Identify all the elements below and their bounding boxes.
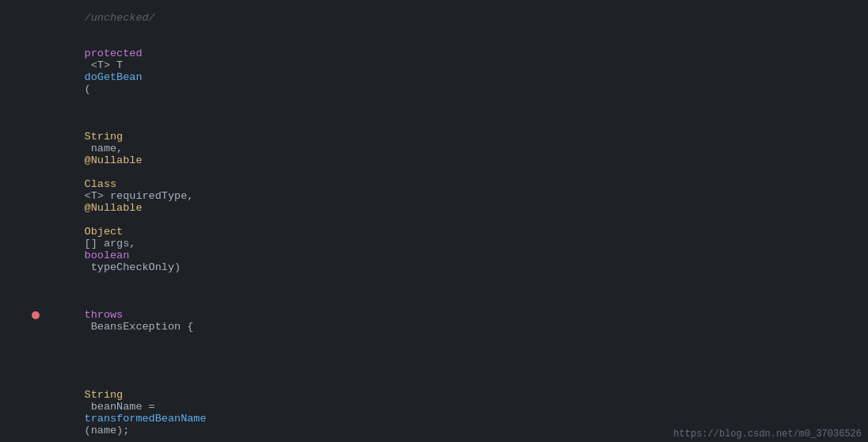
function-token: doGetBean: [85, 71, 143, 83]
type-token: Class: [85, 178, 117, 190]
function-token: transformedBeanName: [85, 413, 207, 425]
line-content: throws BeansException {: [41, 285, 868, 345]
keyword-token: boolean: [85, 250, 130, 261]
line-content: [41, 349, 868, 361]
annotation-token: @Nullable: [85, 154, 143, 166]
line-content: /unchecked/: [41, 0, 868, 36]
line-content: protected <T> T doGetBean (: [41, 36, 868, 107]
keyword-token: protected: [85, 48, 143, 59]
code-line: [0, 345, 868, 365]
breakpoint-icon: [32, 311, 40, 319]
annotation-token: @Nullable: [85, 202, 143, 214]
code-line: /unchecked/: [0, 0, 868, 36]
code-line: throws BeansException {: [0, 285, 868, 345]
url-text: https://blog.csdn.net/m0_37036526: [673, 429, 862, 440]
type-token: String: [85, 389, 124, 401]
code-editor: /unchecked/ protected <T> T doGetBean ( …: [0, 0, 868, 442]
url-bar: https://blog.csdn.net/m0_37036526: [667, 426, 868, 442]
keyword-token: throws: [85, 309, 124, 321]
gutter-icon: [30, 311, 41, 319]
type-token: Object: [85, 226, 124, 238]
line-content: String name, @Nullable Class <T> require…: [41, 107, 868, 285]
code-line: String name, @Nullable Class <T> require…: [0, 107, 868, 285]
svg-point-0: [32, 311, 40, 319]
comment-token: /unchecked/: [85, 12, 155, 24]
code-line: protected <T> T doGetBean (: [0, 36, 868, 107]
type-token: String: [85, 131, 124, 143]
